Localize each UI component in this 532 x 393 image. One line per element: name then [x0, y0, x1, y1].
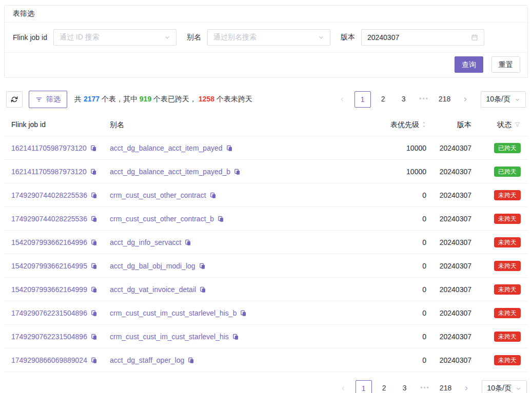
priority-value: 0	[369, 183, 431, 207]
copy-icon[interactable]	[91, 192, 97, 199]
copy-icon[interactable]	[232, 334, 239, 340]
flink-job-id-link[interactable]: 1621411705987973120	[11, 168, 87, 176]
version-value: 20240307	[431, 325, 477, 348]
reset-button[interactable]: 重置	[491, 56, 520, 73]
flink-job-id-link[interactable]: 1542097993662164996	[11, 238, 87, 246]
page-button-1[interactable]: 1	[356, 380, 372, 393]
copy-icon[interactable]	[188, 357, 194, 364]
filter-lines-icon	[35, 96, 43, 103]
filter-button[interactable]: 筛选	[29, 91, 67, 108]
copy-icon[interactable]	[91, 310, 97, 317]
copy-icon[interactable]	[91, 286, 97, 293]
total-count: 2177	[84, 95, 100, 103]
version-date-picker[interactable]	[361, 29, 484, 46]
page-button-3[interactable]: 3	[396, 91, 412, 108]
page-button-last[interactable]: 218	[438, 380, 454, 393]
alias-link[interactable]: crm_cust_cust_im_cust_starlevel_his_b	[110, 309, 237, 317]
page-button-2[interactable]: 2	[375, 91, 391, 108]
copy-icon[interactable]	[199, 263, 206, 270]
page-ellipsis[interactable]: •••	[416, 91, 432, 108]
page-size-value: 10条/页	[486, 95, 510, 104]
copy-icon[interactable]	[240, 310, 247, 317]
chevron-down-icon	[318, 34, 324, 40]
col-header-status: 状态	[477, 113, 528, 136]
flink-job-id-link[interactable]: 1542097993662164995	[11, 262, 87, 270]
page-button-3[interactable]: 3	[397, 380, 413, 393]
refresh-button[interactable]	[6, 91, 23, 108]
alias-label: 别名	[187, 33, 201, 42]
version-value: 20240307	[431, 207, 477, 231]
alias-link[interactable]: crm_cust_cust_other_contract_b	[110, 215, 214, 223]
table-row: 1621411705987973120 acct_dg_balance_acct…	[4, 160, 528, 183]
filter-button-label: 筛选	[46, 95, 61, 104]
field-version: 版本	[341, 29, 484, 46]
alias-link[interactable]: acct_dg_bal_obj_modi_log	[110, 262, 195, 270]
sort-icon[interactable]	[422, 120, 426, 129]
not-crossed-count: 1258	[199, 95, 214, 103]
flink-job-id-link[interactable]: 1749290762231504896	[11, 309, 87, 317]
alias-link[interactable]: acct_dg_balance_acct_item_payed_b	[110, 168, 230, 176]
next-page-button[interactable]	[457, 91, 474, 108]
flink-job-id-select[interactable]: 通过 ID 搜索	[53, 29, 176, 46]
table-row: 1542097993662164995 acct_dg_bal_obj_modi…	[4, 254, 528, 278]
status-badge: 已跨天	[494, 143, 521, 153]
refresh-icon	[11, 96, 18, 103]
col-header-priority[interactable]: 表优先级	[369, 113, 431, 136]
copy-icon[interactable]	[91, 357, 97, 364]
flink-job-id-link[interactable]: 1542097993662164999	[11, 285, 87, 294]
status-badge: 未跨天	[494, 355, 521, 365]
filter-funnel-icon[interactable]	[514, 121, 521, 128]
copy-icon[interactable]	[234, 169, 241, 175]
alias-link[interactable]: acct_dg_staff_oper_log	[110, 356, 184, 364]
alias-link[interactable]: acct_dg_balance_acct_item_payed	[110, 144, 223, 152]
copy-icon[interactable]	[226, 145, 233, 152]
copy-icon[interactable]	[91, 239, 97, 246]
filter-card-title: 表筛选	[5, 6, 527, 23]
version-value: 20240307	[431, 254, 477, 278]
copy-icon[interactable]	[200, 286, 206, 293]
copy-icon[interactable]	[218, 216, 224, 222]
flink-job-id-link[interactable]: 1749290762231504896	[11, 333, 87, 341]
page-button-2[interactable]: 2	[376, 380, 392, 393]
copy-icon[interactable]	[90, 169, 97, 175]
alias-link[interactable]: acct_dg_vat_invoice_detail	[110, 285, 196, 294]
status-badge: 未跨天	[494, 237, 521, 247]
status-badge: 未跨天	[494, 190, 521, 200]
table-row: 1749290866069889024 acct_dg_staff_oper_l…	[4, 348, 528, 372]
copy-icon[interactable]	[91, 216, 97, 222]
col-header-version: 版本	[431, 113, 477, 136]
flink-job-id-link[interactable]: 1749290744028225536	[11, 191, 87, 199]
prev-page-button[interactable]	[335, 380, 351, 393]
copy-icon[interactable]	[210, 192, 216, 199]
status-badge: 未跨天	[494, 332, 521, 342]
table-row: 1621411705987973120 acct_dg_balance_acct…	[4, 136, 528, 160]
copy-icon[interactable]	[185, 239, 191, 246]
flink-job-id-link[interactable]: 1621411705987973120	[11, 144, 87, 152]
query-button[interactable]: 查询	[455, 56, 483, 73]
page-size-select[interactable]: 10条/页	[481, 91, 526, 108]
chevron-down-icon	[164, 34, 170, 40]
alias-link[interactable]: crm_cust_cust_im_cust_starlevel_his	[110, 333, 229, 341]
col-header-flink-job-id: Flink job id	[4, 113, 105, 136]
copy-icon[interactable]	[90, 145, 97, 152]
next-page-button[interactable]	[458, 380, 475, 393]
version-input[interactable]	[367, 33, 471, 42]
alias-select[interactable]: 通过别名搜索	[207, 29, 330, 46]
alias-link[interactable]: acct_dg_info_servacct	[110, 238, 181, 246]
page-ellipsis[interactable]: •••	[417, 380, 434, 393]
copy-icon[interactable]	[91, 263, 97, 270]
flink-job-id-link[interactable]: 1749290744028225536	[11, 215, 87, 223]
page-button-1[interactable]: 1	[354, 91, 371, 108]
priority-value: 0	[369, 325, 431, 348]
prev-page-button[interactable]	[334, 91, 350, 108]
status-badge: 未跨天	[494, 214, 521, 224]
page-size-select[interactable]: 10条/页	[482, 380, 527, 393]
copy-icon[interactable]	[91, 334, 97, 340]
bottom-bar: 1 2 3 ••• 218 10条/页	[4, 380, 528, 393]
page-button-last[interactable]: 218	[437, 91, 453, 108]
chevron-down-icon	[515, 97, 520, 102]
flink-job-id-link[interactable]: 1749290866069889024	[11, 356, 87, 364]
alias-link[interactable]: crm_cust_cust_other_contract	[110, 191, 206, 199]
priority-value: 0	[369, 348, 431, 372]
version-value: 20240307	[431, 231, 477, 254]
